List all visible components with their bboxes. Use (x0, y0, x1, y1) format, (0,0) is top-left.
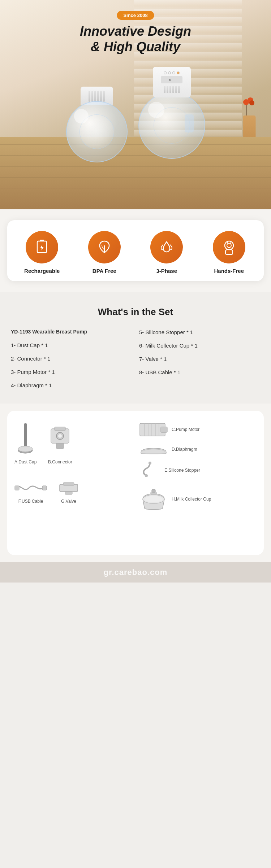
set-right-column: 5- Silicone Stopper * 1 6- Milk Collecto… (139, 328, 260, 389)
set-item-pump-motor: 3- Pump Motor * 1 (11, 368, 132, 376)
hero-section: 8 ··· Since 2008 Innovative Design & Hig… (0, 0, 271, 209)
milk-collector-drawing (139, 485, 168, 514)
diaphragm-label: D.Diaphragm (172, 447, 197, 452)
set-item-diaphragm: 4- Diaphragm * 1 (11, 381, 132, 389)
diagram-pump-motor: C.Pump Motor (139, 422, 257, 438)
pump-motor-drawing (139, 422, 168, 438)
connector-label: B.Connector (48, 459, 72, 464)
diagram-bottom-row: F.USB Cable G.Valve (14, 479, 132, 504)
pump-device-right: 8 ··· (138, 67, 205, 159)
diagram-usb-cable: F.USB Cable (14, 479, 47, 504)
pump-device-left (66, 87, 128, 162)
hero-title: Innovative Design & High Quality (0, 23, 271, 54)
diagram-top-row: A.Dust Cap B.Connector (14, 422, 132, 464)
set-item-usb-cable: 8- USB Cable * 1 (139, 368, 260, 376)
diagram-left: A.Dust Cap B.Connector (14, 422, 132, 514)
watermark: gr.carebao.com (0, 562, 271, 583)
valve-drawing (58, 479, 79, 497)
set-content: YD-1193 Wearable Breast Pump 1- Dust Cap… (11, 328, 260, 389)
set-item-header: YD-1193 Wearable Breast Pump (11, 328, 132, 336)
set-item-dust-cap: 1- Dust Cap * 1 (11, 341, 132, 349)
diagram-right: C.Pump Motor D.Diaphragm (139, 422, 257, 514)
set-left-column: YD-1193 Wearable Breast Pump 1- Dust Cap… (11, 328, 132, 389)
3-phase-label: 3-Phase (156, 268, 177, 274)
svg-point-26 (149, 462, 151, 464)
svg-point-4 (227, 243, 231, 248)
bpa-free-label: BPA Free (93, 268, 116, 274)
diagram-diaphragm: D.Diaphragm (139, 443, 257, 456)
pump-motor-label: C.Pump Motor (172, 427, 199, 432)
svg-rect-1 (40, 240, 44, 241)
svg-rect-17 (63, 483, 74, 485)
milk-collector-label: H.Milk Collector Cup (172, 497, 211, 502)
silicone-stopper-drawing (139, 461, 161, 479)
usb-cable-label: F.USB Cable (18, 499, 43, 504)
silicone-stopper-label: E.Silicone Stopper (164, 468, 200, 473)
set-item-milk-collector: 6- Milk Collector Cup * 1 (139, 342, 260, 349)
product-display: 8 ··· (0, 67, 271, 162)
svg-rect-5 (227, 241, 231, 243)
battery-icon (33, 238, 51, 256)
svg-rect-14 (15, 486, 19, 490)
set-item-valve: 7- Valve * 1 (139, 355, 260, 363)
watermark-text: gr.carebao.com (104, 568, 168, 577)
diagram-dust-cap: A.Dust Cap (14, 422, 36, 464)
svg-rect-31 (152, 489, 155, 492)
svg-point-13 (58, 434, 62, 438)
set-title: What's in the Set (11, 306, 260, 318)
feature-bpa-free: BPA Free (73, 231, 136, 274)
rechargeable-label: Rechargeable (24, 268, 60, 274)
svg-rect-11 (56, 443, 64, 449)
hands-icon (220, 238, 238, 256)
feature-rechargeable: Rechargeable (11, 231, 73, 274)
diagram-silicone-stopper: E.Silicone Stopper (139, 461, 257, 479)
svg-point-3 (225, 241, 233, 250)
svg-rect-10 (55, 427, 65, 431)
set-item-silicone-stopper: 5- Silicone Stopper * 1 (139, 328, 260, 336)
set-item-connector: 2- Connector * 1 (11, 355, 132, 362)
feature-3-phase: 3-Phase (136, 231, 198, 274)
diagram-valve: G.Valve (58, 479, 79, 504)
rechargeable-icon-circle (26, 231, 58, 263)
diagram-milk-collector: H.Milk Collector Cup (139, 485, 257, 514)
svg-rect-15 (42, 486, 47, 490)
diagram-connector: B.Connector (47, 422, 73, 464)
dust-cap-drawing (16, 422, 35, 458)
valve-label: G.Valve (61, 499, 76, 504)
hero-title-text: Innovative Design & High Quality (0, 23, 271, 54)
leaf-icon (95, 238, 113, 256)
diagram-card: A.Dust Cap B.Connector (7, 411, 264, 555)
usb-cable-drawing (14, 479, 47, 497)
drops-icon (158, 238, 176, 256)
svg-rect-18 (65, 492, 72, 494)
connector-drawing (47, 422, 73, 458)
set-section: What's in the Set YD-1193 Wearable Breas… (0, 292, 271, 404)
diagram-section: A.Dust Cap B.Connector (0, 404, 271, 562)
svg-point-8 (18, 446, 33, 452)
svg-point-27 (145, 474, 148, 477)
diagram-grid: A.Dust Cap B.Connector (14, 422, 257, 514)
hands-free-label: Hands-Free (214, 268, 244, 274)
since-badge: Since 2008 (117, 11, 154, 20)
svg-point-29 (145, 496, 163, 502)
bpa-free-icon-circle (88, 231, 121, 263)
features-card: Rechargeable BPA Free 3-Ph (7, 220, 264, 281)
svg-rect-6 (24, 423, 27, 449)
svg-rect-25 (161, 427, 167, 432)
hands-free-icon-circle (213, 231, 245, 263)
3-phase-icon-circle (150, 231, 183, 263)
diaphragm-drawing (139, 443, 168, 456)
features-section: Rechargeable BPA Free 3-Ph (0, 209, 271, 292)
feature-hands-free: Hands-Free (198, 231, 261, 274)
dust-cap-label: A.Dust Cap (14, 459, 36, 464)
